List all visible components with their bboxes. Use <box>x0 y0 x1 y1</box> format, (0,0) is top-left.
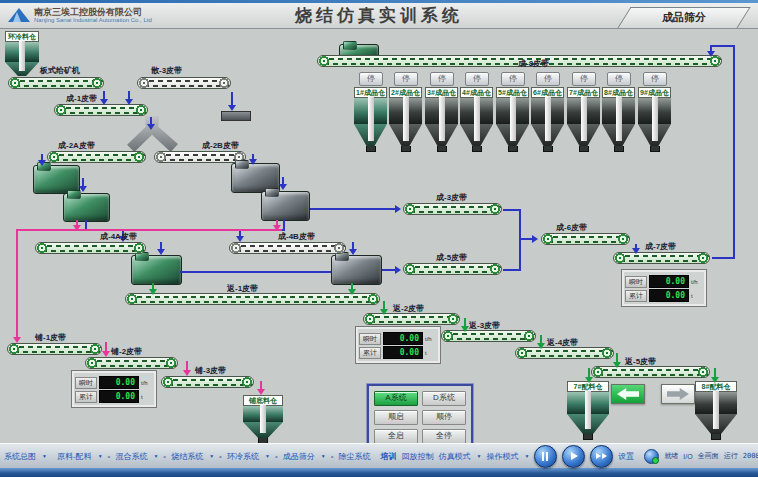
chevron-down-icon: ▼ <box>98 453 103 459</box>
belt-label: 散-3皮带 <box>151 65 182 76</box>
menu-raw-material[interactable]: 原料-配料 <box>57 451 92 462</box>
instant-label: 瞬时 <box>625 276 647 288</box>
belt-label: 铺-2皮带 <box>111 346 142 357</box>
menu-mixing-system[interactable]: 混合系统 <box>115 451 147 462</box>
total-label: 累计 <box>75 391 97 403</box>
belt-pu-3 <box>161 376 254 388</box>
flow-line <box>733 45 735 259</box>
belt-cheng-1 <box>54 104 148 116</box>
system-a-button[interactable]: A系统 <box>374 391 418 406</box>
flow-arrow <box>150 117 152 124</box>
company-logo-icon <box>8 8 30 22</box>
flow-line <box>519 209 521 271</box>
page-title: 烧结仿真实训系统 <box>295 4 463 27</box>
bottom-taskbar: 系统总图▼ 原料-配料▼ • 混合系统▼ • 烧结系统▼ • 环冷系统▼ • 成… <box>0 443 758 477</box>
flow-arrow <box>105 342 107 351</box>
left-arrow-icon <box>617 388 639 400</box>
flow-arrow <box>616 353 618 362</box>
gate-stop-button-6[interactable]: 停 <box>536 72 560 86</box>
total-unit: t <box>425 350 437 356</box>
total-label: 累计 <box>359 347 381 359</box>
belt-label: 成-7皮带 <box>645 241 676 252</box>
pause-button[interactable] <box>534 445 557 468</box>
gate-stop-button-7[interactable]: 停 <box>572 72 596 86</box>
fast-forward-button[interactable] <box>590 445 613 468</box>
flow-arrow <box>714 368 716 377</box>
mode-operation[interactable]: 操作模式 <box>486 451 518 462</box>
system-d-button[interactable]: D系统 <box>422 391 466 406</box>
flow-arrow <box>252 154 254 159</box>
flow-arrow <box>128 91 130 99</box>
bin-product-6: 6#成品仓 <box>531 87 564 152</box>
flow-arrow <box>351 283 353 289</box>
gate-stop-button-9[interactable]: 停 <box>643 72 667 86</box>
gate-stop-button-2[interactable]: 停 <box>394 72 418 86</box>
menu-system-overview[interactable]: 系统总图 <box>4 451 36 462</box>
crusher-machine-right-2 <box>261 191 310 221</box>
menu-cooling-system[interactable]: 环冷系统 <box>227 451 259 462</box>
belt-label: 返-2皮带 <box>393 303 424 314</box>
bin-batch-7: 7#配料仓 <box>567 381 609 440</box>
tab-finished-product-screening[interactable]: 成品筛分 <box>617 7 750 28</box>
instant-value: 0.00 <box>649 275 689 288</box>
clock-timestamp: 2008-01-01 00:20:02 <box>743 452 758 460</box>
flow-arrow <box>186 361 188 370</box>
belt-fan-4 <box>515 347 614 359</box>
gate-stop-button-1[interactable]: 停 <box>359 72 383 86</box>
total-value: 0.00 <box>383 346 423 359</box>
mode-training[interactable]: 培训 <box>380 451 396 462</box>
gate-stop-button-4[interactable]: 停 <box>465 72 489 86</box>
fast-forward-icon <box>602 453 607 459</box>
header-accent-line <box>0 0 758 3</box>
screen-machine-mid-left <box>131 255 182 285</box>
flow-arrow <box>540 335 542 343</box>
flow-arrow <box>276 220 278 225</box>
network-status-icon <box>644 449 659 464</box>
settings-button[interactable]: 设置 <box>618 451 634 462</box>
belt-cheng-4b <box>229 242 346 254</box>
instant-unit: t/h <box>141 380 153 386</box>
totalizer-middle: 瞬时 0.00 t/h 累计 0.00 t <box>355 326 441 364</box>
flow-arrow <box>382 269 395 271</box>
status-ready: 就绪 <box>664 451 678 461</box>
flow-arrow <box>41 154 43 160</box>
gate-stop-button-8[interactable]: 停 <box>607 72 631 86</box>
stop-all-button[interactable]: 全停 <box>422 429 466 444</box>
instant-value: 0.00 <box>383 332 423 345</box>
menu-product-screening[interactable]: 成品筛分 <box>283 451 315 462</box>
chevron-down-icon: ▼ <box>209 453 214 459</box>
chevron-down-icon: ▼ <box>476 453 481 459</box>
company-name-en: Nanjing Sanai Industrial Automation Co.,… <box>34 17 152 23</box>
route-left-button[interactable] <box>611 384 645 404</box>
bullet-icon: • <box>331 452 334 461</box>
gate-stop-button-3[interactable]: 停 <box>430 72 454 86</box>
sequence-stop-button[interactable]: 顺停 <box>422 410 466 425</box>
screen-machine-left-2 <box>63 193 110 222</box>
bin-bedding: 铺底料仓 <box>243 395 283 444</box>
belt-label: 成-4B皮带 <box>278 231 315 242</box>
flow-arrow <box>160 242 162 249</box>
belt-label: 铺-1皮带 <box>35 332 66 343</box>
belt-label: 铺-3皮带 <box>195 365 226 376</box>
status-io: I/O <box>683 453 692 460</box>
bin-product-9: 9#成品仓 <box>638 87 671 152</box>
instant-label: 瞬时 <box>75 377 97 389</box>
route-right-button[interactable] <box>661 384 695 404</box>
flow-arrow <box>464 318 466 326</box>
taskbar-main: 系统总图▼ 原料-配料▼ • 混合系统▼ • 烧结系统▼ • 环冷系统▼ • 成… <box>0 443 758 468</box>
start-all-button[interactable]: 全启 <box>374 429 418 444</box>
belt-label: 成-5皮带 <box>436 252 467 263</box>
sequence-start-button[interactable]: 顺启 <box>374 410 418 425</box>
flow-arrow <box>82 178 84 186</box>
gate-stop-button-5[interactable]: 停 <box>501 72 525 86</box>
mode-replay[interactable]: 回放控制 <box>401 451 433 462</box>
instant-unit: t/h <box>425 336 437 342</box>
menu-dedusting-system[interactable]: 除尘系统 <box>338 451 370 462</box>
menu-sintering-system[interactable]: 烧结系统 <box>171 451 203 462</box>
belt-label: 返-4皮带 <box>547 337 578 348</box>
mode-simulation[interactable]: 仿真模式 <box>438 451 470 462</box>
play-button[interactable] <box>562 445 585 468</box>
instant-unit: t/h <box>691 279 703 285</box>
belt-label: 成-2B皮带 <box>202 140 239 151</box>
system-control-panel: A系统 D系统 顺启 顺停 全启 全停 <box>367 384 473 451</box>
